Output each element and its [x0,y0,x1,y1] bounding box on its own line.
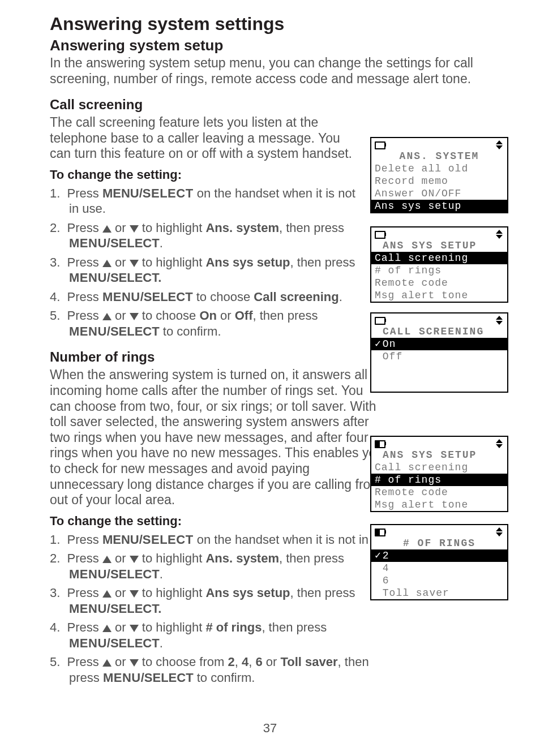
triangle-down-icon [130,225,139,233]
triangle-up-icon [102,659,112,667]
triangle-down-icon [130,625,139,632]
call-screening-heading: Call screening [50,97,355,113]
scroll-arrows-icon [496,230,504,241]
change-setting-heading-2: To change the setting: [50,514,355,529]
scroll-arrows-icon [496,527,504,539]
lcd-title: CALL SCREENING [371,326,507,337]
lcd-call-screening: CALL SCREENING On Off [370,312,508,393]
triangle-down-icon [130,659,139,667]
triangle-up-icon [102,625,112,632]
list-item: 5. Press or to choose from 2, 4, 6 or To… [50,654,397,685]
lcd-ans-sys-setup-2: ANS SYS SETUP Call screening # of rings … [370,436,508,512]
list-item: 1. Press MENU/SELECT on the handset when… [50,532,397,548]
lcd-row-selected: On [371,338,507,350]
lcd-row: Msg alert tone [371,499,507,511]
triangle-up-icon [102,590,112,598]
list-item: 3. Press or to highlight Ans sys setup, … [50,255,355,286]
battery-icon [375,439,386,447]
setup-heading: Answering system setup [50,37,512,54]
battery-icon [375,140,386,148]
lcd-row-selected: # of rings [371,474,507,486]
triangle-down-icon [130,556,139,563]
list-item: 2. Press or to highlight Ans. system, th… [50,551,397,582]
lcd-row: 6 [371,574,507,587]
list-item: 5. Press or to choose On or Off, then pr… [50,308,355,339]
battery-icon [375,316,386,324]
lcd-row: Remote code [371,486,507,499]
triangle-up-icon [102,225,112,233]
scroll-arrows-icon [496,439,504,450]
list-item: 4. Press or to highlight # of rings, the… [50,620,397,651]
num-rings-steps: 1. Press MENU/SELECT on the handset when… [50,532,397,686]
lcd-row: # of rings [371,264,507,277]
lcd-row: Toll saver [371,587,507,599]
change-setting-heading-1: To change the setting: [50,167,355,182]
lcd-title: ANS SYS SETUP [371,449,507,461]
call-screening-body: The call screening feature lets you list… [50,115,355,162]
lcd-row: Call screening [371,461,507,474]
page-title: Answering system settings [50,14,512,35]
battery-icon [375,230,386,238]
triangle-up-icon [102,313,112,320]
lcd-num-of-rings: # OF RINGS 2 4 6 Toll saver [370,524,508,600]
scroll-arrows-icon [496,316,504,327]
lcd-row: Delete all old [371,162,507,175]
triangle-down-icon [130,260,139,267]
lcd-row: 4 [371,562,507,574]
list-item: 1. Press MENU/SELECT on the handset when… [50,186,355,217]
num-rings-heading: Number of rings [50,349,355,365]
lcd-row: Answer ON/OFF [371,187,507,200]
lcd-row: Remote code [371,277,507,289]
page-number: 37 [0,721,540,736]
triangle-down-icon [130,313,139,320]
lcd-row-selected: 2 [371,549,507,562]
lcd-row-selected: Call screening [371,252,507,264]
triangle-down-icon [130,590,139,598]
battery-icon [375,527,386,535]
lcd-ans-system: ANS. SYSTEM Delete all old Record memo A… [370,137,508,213]
lcd-row: Msg alert tone [371,289,507,302]
call-screening-steps: 1. Press MENU/SELECT on the handset when… [50,186,355,340]
triangle-up-icon [102,260,112,267]
triangle-up-icon [102,556,112,563]
lcd-row-selected: Ans sys setup [371,200,507,212]
list-item: 2. Press or to highlight Ans. system, th… [50,220,355,251]
lcd-title: ANS SYS SETUP [371,240,507,251]
list-item: 3. Press or to highlight Ans sys setup, … [50,585,397,616]
scroll-arrows-icon [496,140,504,152]
lcd-title: ANS. SYSTEM [371,151,507,162]
lcd-ans-sys-setup-1: ANS SYS SETUP Call screening # of rings … [370,226,508,303]
lcd-title: # OF RINGS [371,538,507,549]
num-rings-body: When the answering system is turned on, … [50,367,384,508]
lcd-row: Record memo [371,175,507,187]
lcd-row: Off [371,350,507,363]
setup-intro: In the answering system setup menu, you … [50,55,512,87]
list-item: 4. Press MENU/SELECT to choose Call scre… [50,289,355,305]
